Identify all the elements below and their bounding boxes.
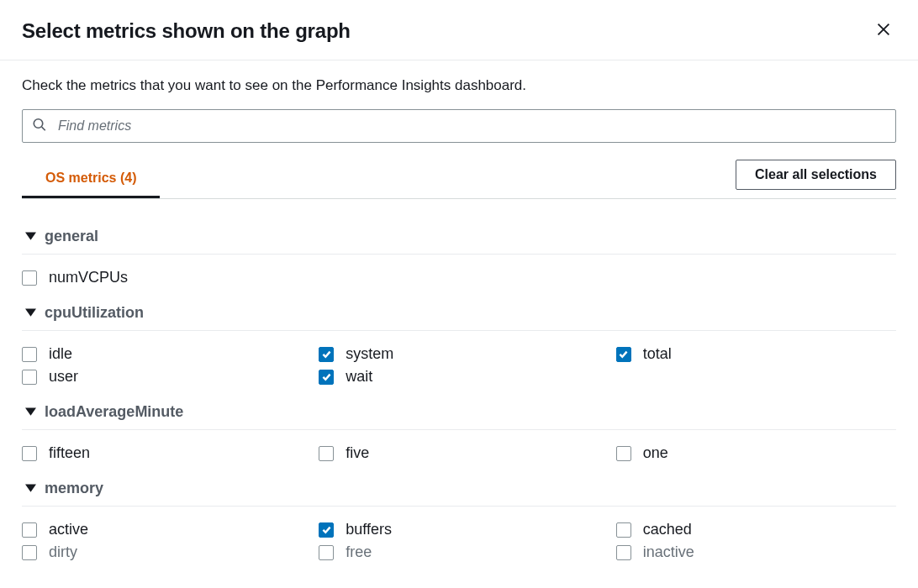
group-cpuutilization: cpuUtilization idle system total — [22, 296, 896, 395]
checkbox[interactable] — [22, 545, 37, 560]
checkbox-checked[interactable] — [319, 522, 334, 538]
close-icon — [874, 29, 893, 41]
caret-down-icon — [25, 230, 36, 244]
metric-item-cached[interactable]: cached — [616, 518, 896, 541]
group-header-memory[interactable]: memory — [22, 471, 896, 507]
metric-item-active[interactable]: active — [22, 518, 302, 541]
metric-item-wait[interactable]: wait — [319, 365, 599, 388]
metric-item-free[interactable]: free — [319, 541, 599, 564]
metric-item-numvcpus[interactable]: numVCPUs — [22, 266, 302, 289]
tab-row: OS metrics (4) Clear all selections — [22, 160, 896, 199]
dialog-body: Check the metrics that you want to see o… — [0, 60, 918, 570]
metric-label: buffers — [346, 521, 392, 538]
checkbox[interactable] — [616, 545, 631, 560]
metric-label: cached — [643, 521, 692, 538]
metric-item-system[interactable]: system — [319, 343, 599, 365]
group-memory: memory active buffers cached dirty — [22, 471, 896, 570]
checkbox[interactable] — [22, 370, 37, 385]
group-loadaverageminute: loadAverageMinute fifteen five one — [22, 395, 896, 471]
group-title: general — [45, 228, 98, 245]
svg-line-1 — [42, 127, 45, 130]
metric-item-dirty[interactable]: dirty — [22, 541, 302, 564]
group-header-general[interactable]: general — [22, 219, 896, 255]
caret-down-icon — [25, 482, 36, 496]
metric-label: one — [643, 444, 668, 462]
group-title: loadAverageMinute — [45, 403, 183, 421]
metric-item-total[interactable]: total — [616, 343, 896, 365]
group-items-general: numVCPUs — [22, 255, 896, 296]
group-items-loadaverageminute: fifteen five one — [22, 430, 896, 471]
checkbox[interactable] — [319, 545, 334, 560]
dialog-subtitle: Check the metrics that you want to see o… — [22, 77, 896, 94]
search-input[interactable] — [22, 109, 896, 143]
checkbox[interactable] — [616, 522, 631, 538]
metric-label: free — [346, 543, 372, 561]
search-container — [22, 109, 896, 143]
checkbox[interactable] — [22, 270, 37, 286]
group-header-cpuutilization[interactable]: cpuUtilization — [22, 296, 896, 331]
search-icon — [32, 118, 47, 135]
checkbox[interactable] — [22, 446, 37, 461]
metric-label: inactive — [643, 543, 694, 561]
metric-label: dirty — [49, 543, 77, 561]
tab-os-metrics[interactable]: OS metrics (4) — [22, 160, 160, 197]
group-header-loadaverageminute[interactable]: loadAverageMinute — [22, 395, 896, 430]
dialog-title: Select metrics shown on the graph — [22, 19, 351, 43]
caret-down-icon — [25, 406, 36, 419]
metric-label: active — [49, 521, 88, 538]
metric-item-fifteen[interactable]: fifteen — [22, 442, 302, 465]
metric-item-user[interactable]: user — [22, 365, 302, 388]
metric-item-five[interactable]: five — [319, 442, 599, 465]
metric-label: user — [49, 368, 78, 386]
checkbox-checked[interactable] — [319, 347, 334, 362]
metric-label: system — [346, 345, 393, 363]
checkbox[interactable] — [616, 446, 631, 461]
metric-label: total — [643, 345, 672, 363]
group-items-memory: active buffers cached dirty free — [22, 507, 896, 570]
metric-label: idle — [49, 345, 72, 363]
checkbox[interactable] — [22, 522, 37, 538]
metric-item-inactive[interactable]: inactive — [616, 541, 896, 564]
group-items-cpuutilization: idle system total user — [22, 331, 896, 395]
group-title: cpuUtilization — [45, 304, 144, 322]
metric-label: wait — [346, 368, 372, 386]
checkbox-checked[interactable] — [319, 370, 334, 385]
dialog-header: Select metrics shown on the graph — [0, 0, 918, 60]
metric-label: fifteen — [49, 444, 90, 462]
metric-item-buffers[interactable]: buffers — [319, 518, 599, 541]
checkbox-checked[interactable] — [616, 347, 631, 362]
metric-item-idle[interactable]: idle — [22, 343, 302, 365]
metric-label: numVCPUs — [49, 269, 128, 286]
tabs: OS metrics (4) — [22, 160, 160, 197]
metric-item-one[interactable]: one — [616, 442, 896, 465]
checkbox[interactable] — [319, 446, 334, 461]
close-button[interactable] — [871, 17, 896, 45]
caret-down-icon — [25, 307, 36, 320]
clear-all-selections-button[interactable]: Clear all selections — [736, 160, 896, 190]
group-title: memory — [45, 480, 103, 497]
group-general: general numVCPUs — [22, 219, 896, 296]
metric-label: five — [346, 444, 369, 462]
svg-point-0 — [34, 119, 43, 129]
checkbox[interactable] — [22, 347, 37, 362]
